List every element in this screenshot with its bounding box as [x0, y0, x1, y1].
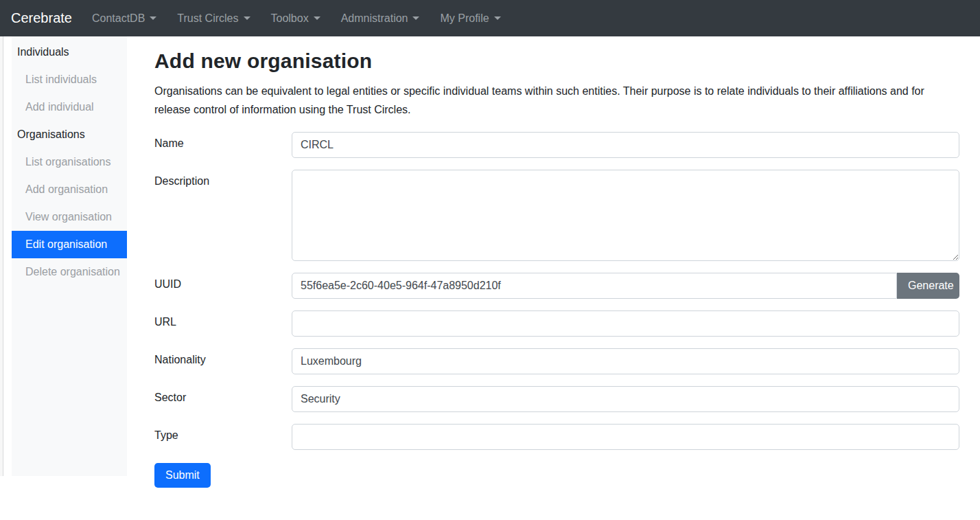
nav-item-my-profile[interactable]: My Profile — [434, 7, 506, 30]
sidebar-scrollbar[interactable] — [0, 36, 3, 476]
uuid-label: UUID — [154, 273, 292, 299]
name-field[interactable] — [292, 132, 959, 158]
organisation-form: Name Description UUID Generate — [154, 132, 959, 488]
form-row-uuid: UUID Generate — [154, 273, 959, 299]
sidebar-item-add-organisation[interactable]: Add organisation — [12, 176, 127, 203]
nav-item-label: Toolbox — [271, 12, 309, 25]
url-label: URL — [154, 310, 292, 337]
caret-down-icon — [412, 16, 419, 20]
submit-button[interactable]: Submit — [154, 463, 211, 488]
type-label: Type — [154, 424, 292, 450]
sector-field[interactable] — [292, 386, 959, 412]
sidebar-item-view-organisation[interactable]: View organisation — [12, 203, 127, 231]
top-navbar: Cerebrate ContactDB Trust Circles Toolbo… — [0, 0, 980, 36]
form-row-sector: Sector — [154, 386, 959, 412]
nationality-field[interactable] — [292, 348, 959, 374]
nav-item-label: Trust Circles — [177, 12, 238, 25]
nav-item-trust-circles[interactable]: Trust Circles — [172, 7, 255, 30]
form-row-url: URL — [154, 310, 959, 337]
nav-item-label: Admnistration — [341, 12, 408, 25]
sector-label: Sector — [154, 386, 292, 412]
nationality-label: Nationality — [154, 348, 292, 374]
sidebar-header-organisations: Organisations — [12, 121, 127, 148]
nav-item-label: My Profile — [440, 12, 489, 25]
type-field[interactable] — [292, 424, 959, 450]
caret-down-icon — [150, 16, 156, 20]
caret-down-icon — [314, 16, 320, 20]
description-field[interactable] — [292, 170, 959, 261]
sidebar: Individuals List individuals Add individ… — [12, 36, 127, 476]
caret-down-icon — [244, 16, 250, 20]
description-label: Description — [154, 170, 292, 261]
uuid-field[interactable] — [292, 273, 897, 299]
sidebar-item-list-organisations[interactable]: List organisations — [12, 148, 127, 176]
page-title: Add new organisation — [154, 49, 959, 73]
form-row-description: Description — [154, 170, 959, 261]
sidebar-item-delete-organisation[interactable]: Delete organisation — [12, 258, 127, 286]
url-field[interactable] — [292, 310, 959, 337]
sidebar-item-list-individuals[interactable]: List individuals — [12, 66, 127, 93]
form-row-nationality: Nationality — [154, 348, 959, 374]
navbar-menu: ContactDB Trust Circles Toolbox Admnistr… — [82, 7, 511, 30]
page-description: Organisations can be equivalent to legal… — [154, 82, 959, 119]
form-row-name: Name — [154, 132, 959, 158]
nav-item-administration[interactable]: Admnistration — [336, 7, 425, 30]
form-row-type: Type — [154, 424, 959, 450]
sidebar-item-edit-organisation[interactable]: Edit organisation — [12, 231, 127, 258]
nav-item-toolbox[interactable]: Toolbox — [266, 7, 326, 30]
name-label: Name — [154, 132, 292, 158]
sidebar-item-add-individual[interactable]: Add individual — [12, 93, 127, 121]
nav-item-contactdb[interactable]: ContactDB — [86, 7, 162, 30]
nav-item-label: ContactDB — [92, 12, 145, 25]
sidebar-container: Individuals List individuals Add individ… — [0, 36, 127, 476]
caret-down-icon — [494, 16, 501, 20]
main-content: Add new organisation Organisations can b… — [127, 36, 980, 488]
brand-link[interactable]: Cerebrate — [11, 10, 72, 26]
generate-uuid-button[interactable]: Generate — [897, 273, 959, 299]
sidebar-header-individuals: Individuals — [12, 38, 127, 66]
